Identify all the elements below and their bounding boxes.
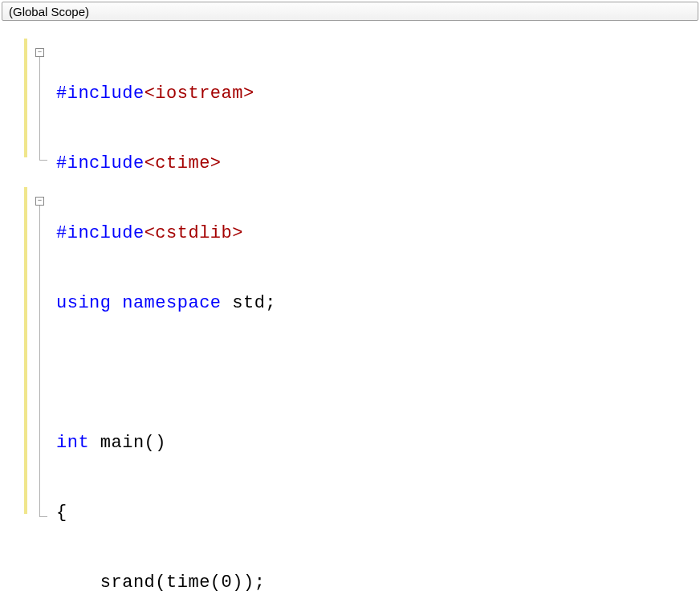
- fold-line-1: [39, 57, 40, 160]
- change-bar-2: [24, 187, 27, 514]
- scope-label: (Global Scope): [9, 5, 89, 18]
- code-line-5: [56, 358, 700, 388]
- code-line-3: #include<cstdlib>: [56, 218, 700, 248]
- code-content[interactable]: #include<iostream> #include<ctime> #incl…: [56, 39, 700, 599]
- fold-toggle-2[interactable]: −: [35, 197, 44, 206]
- code-line-1: #include<iostream>: [56, 79, 700, 108]
- code-editor[interactable]: − − #include<iostream> #include<ctime> #…: [0, 22, 700, 599]
- fold-line-2h: [39, 516, 47, 517]
- code-line-7: {: [56, 498, 700, 528]
- gutter: − −: [0, 39, 56, 599]
- scope-dropdown[interactable]: (Global Scope): [2, 2, 698, 21]
- change-bar-1: [24, 39, 27, 157]
- fold-line-1h: [39, 160, 47, 161]
- code-line-8: srand(time(0));: [56, 568, 700, 597]
- code-line-2: #include<ctime>: [56, 149, 700, 178]
- fold-toggle-1[interactable]: −: [35, 48, 44, 57]
- code-line-4: using namespace std;: [56, 288, 700, 318]
- code-line-6: int main(): [56, 428, 700, 458]
- fold-line-2: [39, 206, 40, 516]
